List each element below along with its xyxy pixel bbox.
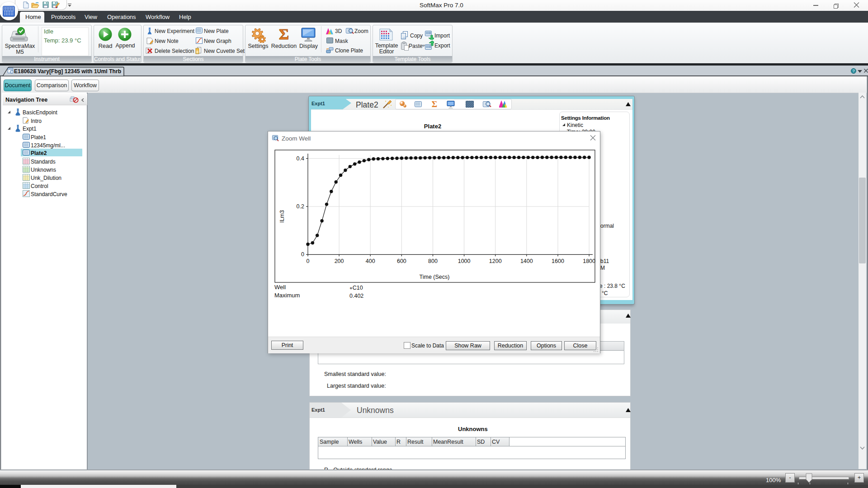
svg-text:Σ: Σ — [279, 27, 289, 42]
svg-text:Σ: Σ — [432, 100, 437, 108]
svg-text:1200: 1200 — [489, 258, 502, 264]
svg-text:400: 400 — [366, 258, 375, 264]
svg-text:0: 0 — [307, 258, 310, 264]
svg-text:0.2: 0.2 — [297, 203, 304, 210]
svg-text:800: 800 — [428, 258, 438, 264]
svg-text:200: 200 — [335, 258, 344, 264]
svg-text:1400: 1400 — [520, 258, 533, 264]
svg-text:0: 0 — [301, 251, 304, 258]
svg-text:?: ? — [852, 69, 854, 73]
svg-text:0.4: 0.4 — [297, 155, 304, 162]
svg-text:Time (Secs): Time (Secs) — [420, 274, 450, 280]
svg-text:600: 600 — [397, 258, 406, 264]
svg-text:1000: 1000 — [458, 258, 471, 264]
svg-text:ILm3: ILm3 — [279, 210, 285, 223]
svg-text:1800: 1800 — [583, 258, 595, 264]
svg-text:1600: 1600 — [552, 258, 564, 264]
